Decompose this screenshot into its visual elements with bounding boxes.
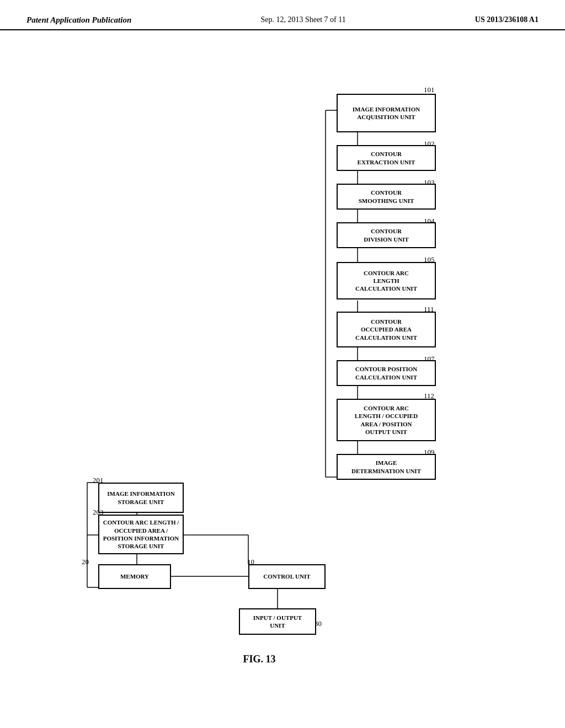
box-105: CONTOUR ARC LENGTH CALCULATION UNIT	[337, 262, 436, 299]
box-104: CONTOUR DIVISION UNIT	[337, 222, 436, 248]
box-203: CONTOUR ARC LENGTH / OCCUPIED AREA / POS…	[98, 515, 184, 554]
box-107: CONTOUR POSITION CALCULATION UNIT	[337, 360, 436, 386]
box-30: INPUT / OUTPUT UNIT	[239, 608, 316, 635]
ref-101: 101	[424, 85, 435, 94]
patent-number: US 2013/236108 A1	[475, 15, 539, 24]
box-103: CONTOUR SMOOTHING UNIT	[337, 184, 436, 210]
box-20: MEMORY	[98, 564, 171, 589]
page-header: Patent Application Publication Sep. 12, …	[0, 0, 565, 30]
box-111: CONTOUR OCCUPIED AREA CALCULATION UNIT	[337, 312, 436, 347]
figure-label: FIG. 13	[210, 654, 309, 665]
publication-label: Patent Application Publication	[26, 15, 131, 25]
box-112: CONTOUR ARC LENGTH / OCCUPIED AREA / POS…	[337, 399, 436, 441]
box-102: CONTOUR EXTRACTION UNIT	[337, 145, 436, 171]
box-201: IMAGE INFORMATION STORAGE UNIT	[98, 483, 184, 513]
box-10: CONTROL UNIT	[248, 564, 326, 589]
diagram-area: 101 IMAGE INFORMATION ACQUISITION UNIT 1…	[0, 30, 565, 665]
box-109: IMAGE DETERMINATION UNIT	[337, 454, 436, 480]
ref-20: 20	[82, 558, 89, 566]
sheet-info: Sep. 12, 2013 Sheet 7 of 11	[260, 15, 345, 24]
box-101: IMAGE INFORMATION ACQUISITION UNIT	[337, 94, 436, 132]
